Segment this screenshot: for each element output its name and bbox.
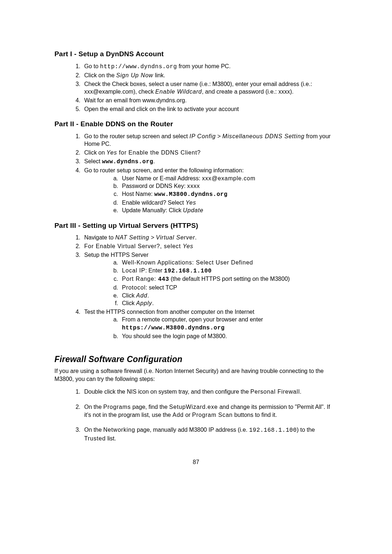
menu-name: Virtual Server [156,234,195,241]
button-name: Apply [136,300,152,306]
ip-text: 192.168.1.100 [249,427,297,434]
text: Go to router setup screen, and enter the… [84,167,244,173]
button-name: Program Scan [192,412,233,418]
list-item: Go to http://www.dyndns.org from your ho… [82,62,338,71]
text: On the [84,427,103,433]
link-name: Sign Up Now [116,72,153,78]
part3-list: Navigate to NAT Setting > Virtual Server… [54,234,338,340]
text: Click on the [84,72,116,78]
list-item: Setup the HTTPS Server Well-Known Applic… [82,251,338,307]
text: > [149,234,156,241]
text: On the [84,404,103,410]
list-item: Click on Yes for Enable the DDNS Client? [82,149,338,157]
url-text: https://www.M3800.dyndns.org [122,325,225,331]
value-text: xxx@example.com [202,175,256,181]
text: . [300,389,301,395]
list-item: On the Programs page, find the SetupWiza… [82,403,338,419]
text: list. [106,435,116,442]
text: : Select User Defined [192,259,253,266]
text: From a remote computer, open your browse… [122,316,263,323]
firewall-intro: If you are using a software firewall (i.… [54,367,338,383]
option-name: Yes [183,243,193,249]
text: > [216,133,222,139]
ui-name: Programs [103,404,131,410]
text: page, manually add M3800 IP address (i.e… [135,427,249,433]
text: Enable wildcard? Select [122,200,185,206]
text: Navigate to [84,234,115,241]
text: Update Manually: Click [122,207,183,213]
text: . [147,292,149,299]
text: for Enable the DDNS Client? [117,149,201,156]
list-item: Double click the NIS icon on system tray… [82,388,338,396]
text: (the default HTTPS port setting on the M… [169,276,290,282]
button-name: Add [136,292,147,299]
host-text: www.M3800.dyndns.org [154,191,228,198]
text: . [195,234,196,241]
text: Host Name: [122,191,154,197]
list-item: Go to router setup screen, and enter the… [82,167,338,214]
text: Click [122,300,136,306]
text: Test the HTTPS connection from another c… [84,309,254,315]
text: : select TCP [146,284,177,291]
list-item: Port Range: 443 (the default HTTPS port … [120,275,338,284]
list-item: Enable wildcard? Select Yes [120,199,338,207]
option-name: Yes [106,149,117,156]
part3-heading: Part III - Setting up Virtual Servers (H… [54,221,338,230]
exe-name: SetupWizard.exe [169,404,218,410]
text: . [153,158,155,164]
menu-name: Miscellaneous DDNS Setting [222,133,305,139]
text: Go to the router setup screen and select [84,133,189,139]
label-text: Well-Known Applications [122,259,192,266]
page-number: 87 [54,458,338,466]
part2-sublist: User Name or E-mail Address: xxx@example… [84,175,338,214]
button-name: Add [172,412,184,418]
list-item: Password or DDNS Key: xxxx [120,182,338,190]
label-text: Local IP [122,267,145,274]
label-text: Protocol [122,284,146,291]
text: User Name or E-mail Address: [122,175,202,181]
text: For Enable Virtual Server?, select [84,243,183,249]
text: Click on [84,149,106,156]
option-name: Yes [185,200,196,206]
text: : Enter [145,267,164,274]
text: , and create a password (i.e.: xxxx). [202,89,294,95]
list-item: Navigate to NAT Setting > Virtual Server… [82,234,338,242]
text: link. [153,72,165,78]
button-name: Update [183,207,203,213]
list-item: Wait for an email from www.dyndns.org. [82,97,338,104]
firewall-heading: Firewall Software Configuration [54,354,338,365]
list-item: Click Add. [120,292,338,300]
text: Setup the HTTPS Server [84,252,148,258]
text: or [184,412,192,418]
text: Select [84,158,102,164]
text: Go to [84,63,100,69]
ip-text: 192.168.1.100 [164,268,212,274]
text: buttons to find it. [233,412,277,418]
list-item: You should see the login page of M3800. [120,332,338,340]
port-text: 443 [158,276,169,283]
list-item: Go to the router setup screen and select… [82,132,338,148]
part1-list: Go to http://www.dyndns.org from your ho… [54,62,338,113]
list-item: Update Manually: Click Update [120,206,338,214]
list-item: Select www.dyndns.org. [82,157,338,166]
part2-heading: Part II - Enable DDNS on the Router [54,119,338,129]
host-text: www.dyndns.org [102,159,153,165]
list-name: Trusted [84,435,106,442]
part3-sublist-b: From a remote computer, open your browse… [84,316,338,340]
text: . [152,300,154,306]
list-item: From a remote computer, open your browse… [120,316,338,332]
text: page, find the [131,404,169,410]
menu-name: IP Config [189,133,216,139]
option-name: Enable Wildcard [155,89,202,95]
list-item: Protocol: select TCP [120,284,338,292]
menu-name: NAT Setting [115,234,149,241]
ui-name: Personal Firewall [250,389,300,395]
list-item: Well-Known Applications: Select User Def… [120,259,338,267]
text: from your home PC. [177,63,231,69]
list-item: Test the HTTPS connection from another c… [82,308,338,340]
ui-name: Networking [103,427,135,433]
list-item: Click Apply. [120,299,338,307]
list-item: Local IP: Enter 192.168.1.100 [120,267,338,275]
list-item: Open the email and click on the link to … [82,105,338,113]
part3-sublist-a: Well-Known Applications: Select User Def… [84,259,338,307]
